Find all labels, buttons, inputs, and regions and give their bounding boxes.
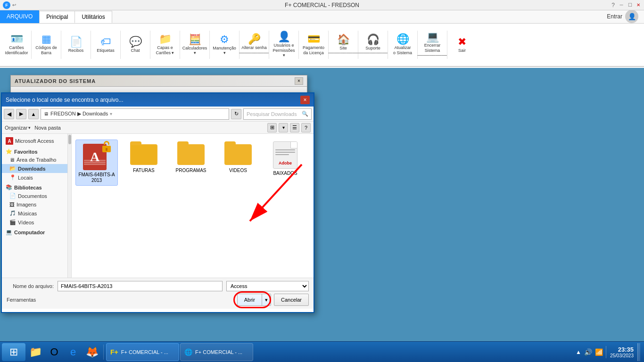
atualizador-title-bar: ATUALIZADOR DO SISTEMA × [11, 75, 307, 87]
ribbon-btn-manutencao[interactable]: ⚙ Manutenção ▾ [212, 33, 237, 57]
ribbon-btn-usuarios[interactable]: 👤 Usuários ePermissões ▾ [271, 30, 297, 60]
sidebar-item-locais[interactable]: 📍Locais [2, 173, 71, 182]
up-button[interactable]: ▲ [28, 109, 39, 119]
tab-principal[interactable]: Principal [39, 11, 75, 23]
file-label-fmais: FMAIS-64BITS-A2013 [78, 172, 116, 183]
system-tray: ▲ 🔊 📶 23:35 25/03/2023 [576, 343, 642, 361]
sidebar-item-musicas[interactable]: 🎵Músicas [2, 209, 71, 218]
help-icon[interactable]: ? [610, 2, 617, 8]
file-item-faturas[interactable]: FATURAS [123, 140, 165, 186]
tray-icon-network[interactable]: 📶 [595, 348, 603, 356]
file-label-programas: PROGRAMAS [175, 168, 206, 173]
help-dialog-button[interactable]: ? [301, 123, 311, 132]
atualizador-title-text: ATUALIZADOR DO SISTEMA [15, 78, 96, 84]
taskbar: ⊞ 📁 O e 🦊 F+ F+ COMERCIAL - ... 🌐 F+ COM… [0, 341, 644, 362]
app-title: F+ COMERCIAL - FREDSON [285, 2, 359, 8]
tab-arquivo[interactable]: ARQUIVO [0, 10, 39, 23]
filename-input[interactable] [58, 281, 223, 291]
file-item-baixados[interactable]: Adobe BAIXADOS [264, 140, 306, 186]
tools-label: Ferramentas [7, 297, 36, 303]
sidebar-item-ms-access[interactable]: A Microsoft Access [2, 136, 71, 146]
ribbon-btn-alterar-senha[interactable]: 🔑 Alterar senha────────── [241, 32, 267, 58]
view-list-button[interactable]: ⊞ [267, 123, 277, 132]
view-details-button[interactable]: ☰ [290, 123, 299, 132]
filetype-select[interactable]: Access [226, 281, 309, 291]
ribbon-tabs: ARQUIVO Principal Utilitários Entrar 👤 [0, 10, 644, 24]
ribbon-btn-suporte[interactable]: 🎧 Suporte────────── [360, 33, 386, 57]
search-icon: 🔍 [302, 111, 308, 117]
sidebar-item-documentos[interactable]: 📄Documentos [2, 191, 71, 200]
file-dialog-toolbar: ◀ ▶ ▲ 🖥 FREDSON ▶ Downloads ▾ ↻ Pesquisa… [2, 107, 314, 122]
file-dialog-close-button[interactable]: × [300, 96, 310, 104]
clock-time: 23:35 [610, 346, 634, 353]
taskbar-item-fmais1[interactable]: F+ F+ COMERCIAL - ... [106, 343, 179, 361]
clock-date: 25/03/2023 [610, 353, 634, 358]
show-desktop-button[interactable] [637, 343, 640, 361]
restore-button[interactable]: ☐ [626, 2, 634, 8]
sidebar-item-downloads[interactable]: 📂Downloads [2, 164, 71, 173]
file-label-faturas: FATURAS [133, 168, 154, 173]
ribbon-content: 🪪 CartõesIdentificador ▦ Códigos de Barr… [0, 24, 644, 67]
sidebar-item-favoritos[interactable]: ⭐Favoritos [2, 146, 71, 156]
tab-utilitarios[interactable]: Utilitários [75, 11, 112, 23]
file-dialog-title-bar: Selecione o local onde se encontra o arq… [2, 93, 314, 107]
ribbon-btn-pagamento[interactable]: 💳 Pagamentoda Licença [301, 32, 326, 58]
open-button[interactable]: Abrir ▾ [237, 294, 271, 306]
file-item-fmais[interactable]: A [75, 140, 118, 186]
taskbar-item-fmais2[interactable]: 🌐 F+ COMERCIAL - ... [180, 343, 253, 361]
start-button[interactable]: ⊞ [2, 343, 25, 361]
filename-row: Nome do arquivo: Access [7, 281, 309, 291]
ribbon-btn-chat[interactable]: 💬 Chat [123, 35, 148, 55]
ribbon-btn-codigos[interactable]: ▦ Códigos de Barra [33, 32, 59, 58]
cancel-button[interactable]: Cancelar [274, 294, 309, 306]
file-dialog-bottom: Nome do arquivo: Access Ferramentas Abri… [2, 278, 314, 309]
clock-display[interactable]: 23:35 25/03/2023 [606, 346, 634, 358]
file-label-videos: VIDEOS [229, 168, 247, 173]
dialog-buttons-row: Ferramentas Abrir ▾ Cancelar [7, 294, 309, 306]
sidebar-item-videos[interactable]: 🎬Vídeos [2, 218, 71, 227]
taskbar-icon-explorer[interactable]: 📁 [26, 343, 44, 361]
taskbar-icon-firefox[interactable]: 🦊 [83, 343, 101, 361]
file-dialog: Selecione o local onde se encontra o arq… [1, 92, 314, 313]
tray-icon-up[interactable]: ▲ [576, 349, 581, 355]
entrar-button[interactable]: Entrar 👤 [601, 10, 644, 23]
title-bar: F ↩ F+ COMERCIAL - FREDSON ? ─ ☐ ✕ [0, 0, 644, 10]
forward-button[interactable]: ▶ [16, 109, 26, 119]
sidebar-item-computador[interactable]: 💻Computador [2, 227, 71, 236]
quick-access-icon: ↩ [12, 2, 16, 8]
file-dialog-body: A Microsoft Access ⭐Favoritos 🖥Área de T… [2, 134, 314, 278]
ribbon-btn-atualizar[interactable]: 🌐 Atualizaro Sistema [390, 32, 415, 58]
back-button[interactable]: ◀ [4, 109, 14, 119]
sidebar-item-imagens[interactable]: 🖼Imagens [2, 200, 71, 209]
ribbon-btn-cartoes[interactable]: 🪪 CartõesIdentificador [4, 32, 29, 58]
view-toggle-button[interactable]: ▾ [279, 123, 288, 132]
refresh-button[interactable]: ↻ [231, 109, 241, 119]
file-dialog-sidebar: A Microsoft Access ⭐Favoritos 🖥Área de T… [2, 134, 72, 278]
sidebar-item-area-trabalho[interactable]: 🖥Área de Trabalho [2, 156, 71, 164]
file-label-baixados: BAIXADOS [273, 171, 297, 176]
main-area: ATUALIZADOR DO SISTEMA × Selecione o loc… [0, 68, 644, 341]
path-bar[interactable]: 🖥 FREDSON ▶ Downloads ▾ [41, 108, 229, 120]
search-text: Pesquisar Downloads [247, 111, 300, 117]
sidebar-item-bibliotecas[interactable]: 📚Bibliotecas [2, 182, 71, 191]
organize-bar: Organizar ▾ Nova pasta ⊞ ▾ ☰ ? [2, 122, 314, 134]
close-button[interactable]: ✕ [635, 2, 642, 8]
ribbon-btn-capas[interactable]: 📁 Capas eCartões ▾ [152, 32, 178, 58]
taskbar-icon-ie[interactable]: e [64, 343, 82, 361]
ribbon-btn-recibos[interactable]: 📄 Recibos [63, 35, 89, 55]
ribbon-btn-calculadores[interactable]: 🧮 Calculadores ▾ [182, 33, 207, 57]
taskbar-icon-opera[interactable]: O [45, 343, 63, 361]
organize-button[interactable]: Organizar ▾ [5, 125, 31, 131]
file-item-videos[interactable]: VIDEOS [217, 140, 259, 186]
ribbon-btn-site[interactable]: 🏠 Site────────── [330, 33, 356, 57]
atualizador-close-button[interactable]: × [295, 77, 303, 85]
nova-pasta-button[interactable]: Nova pasta [34, 125, 61, 131]
open-dropdown-button[interactable]: ▾ [262, 294, 271, 306]
file-item-programas[interactable]: PROGRAMAS [170, 140, 212, 186]
ribbon-btn-etiquetas[interactable]: 🏷 Etiquetas [93, 35, 118, 55]
search-box[interactable]: Pesquisar Downloads 🔍 [243, 108, 312, 120]
ribbon-btn-sair[interactable]: ✖ Sair [449, 35, 475, 55]
ribbon-btn-encerrar[interactable]: 💻 Encerrar Sistema────────── [420, 30, 445, 60]
tray-icon-audio[interactable]: 🔊 [584, 348, 592, 356]
minimize-button[interactable]: ─ [618, 2, 625, 8]
